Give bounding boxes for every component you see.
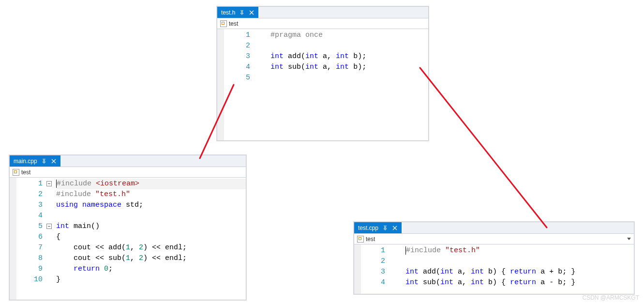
context-bar[interactable]: test	[217, 18, 428, 29]
code-token: #include	[57, 180, 96, 188]
margin-strip	[217, 29, 224, 140]
code-lines[interactable]: #include "test.h" int add(int a, int b) …	[403, 244, 634, 294]
pin-icon[interactable]	[41, 158, 47, 164]
context-bar[interactable]: test	[354, 234, 634, 244]
code-area[interactable]: 1 2 3 4 5 #pragma once int add(int a, in…	[217, 29, 428, 140]
line-number: 6	[38, 232, 43, 243]
line-number: 1	[38, 179, 43, 189]
code-token: ,	[130, 243, 139, 252]
tab-testh[interactable]: test.h	[217, 7, 258, 18]
editor-main: main.cpp test 1 2 3 4 5 6 7 8 9 10	[9, 155, 246, 300]
code-token: b) {	[484, 278, 510, 287]
code-token: ) << endl;	[143, 243, 187, 252]
tab-bar: test.cpp	[354, 222, 634, 234]
code-token: int	[270, 52, 284, 61]
context-label: test	[21, 169, 30, 176]
tab-label: test.h	[221, 9, 235, 16]
code-lines[interactable]: #include <iostream> #include "test.h" us…	[53, 178, 246, 300]
pin-icon[interactable]	[239, 10, 245, 15]
project-icon	[220, 20, 227, 27]
editor-testcpp: test.cpp test 1 2 3 4 #include "test.h" …	[354, 222, 634, 294]
code-token: int	[405, 268, 419, 276]
code-token: return	[510, 268, 536, 276]
line-number: 7	[38, 243, 43, 253]
code-token: a,	[323, 63, 336, 71]
fold-toggle-icon[interactable]	[46, 181, 52, 186]
chevron-down-icon[interactable]	[627, 238, 631, 240]
code-token: 2	[139, 243, 143, 252]
code-token: a,	[453, 268, 471, 276]
code-token: 0	[104, 265, 108, 273]
code-token: cout	[74, 243, 91, 252]
code-token: << sub(	[91, 254, 126, 262]
code-token: 1	[126, 254, 130, 262]
watermark: CSDN @ARMCSKGT	[582, 294, 639, 301]
fold-toggle-icon[interactable]	[46, 224, 52, 229]
line-number: 1	[381, 245, 385, 256]
line-gutter: 1 2 3 4 5	[224, 29, 253, 140]
code-token: sub(	[423, 278, 440, 287]
line-number: 5	[246, 73, 250, 83]
line-number: 9	[38, 264, 43, 274]
tab-testcpp[interactable]: test.cpp	[354, 222, 402, 233]
code-token: int	[305, 63, 318, 71]
close-icon[interactable]	[249, 10, 255, 15]
code-token: int	[471, 268, 484, 276]
code-token: (	[301, 52, 305, 61]
code-token: a + b; }	[536, 268, 575, 276]
code-token: return	[510, 278, 536, 287]
line-number: 3	[38, 200, 43, 211]
line-gutter: 1 2 3 4 5 6 7 8 9 10	[16, 178, 45, 300]
project-icon	[357, 236, 364, 243]
line-number: 10	[34, 274, 43, 285]
code-token: ) << endl;	[143, 254, 187, 262]
code-token: int	[336, 52, 349, 61]
line-number: 2	[38, 189, 43, 200]
code-token: a - b; }	[536, 278, 575, 287]
code-area[interactable]: 1 2 3 4 #include "test.h" int add(int a,…	[354, 244, 634, 294]
line-number: 4	[381, 277, 385, 288]
code-token: std;	[126, 201, 143, 209]
line-number: 2	[381, 256, 385, 267]
tab-bar: main.cpp	[10, 155, 246, 167]
code-token: add(	[423, 268, 440, 276]
code-token: <iostream>	[96, 180, 139, 188]
context-label: test	[366, 236, 375, 243]
code-token: "test.h"	[95, 190, 130, 198]
tab-main[interactable]: main.cpp	[10, 155, 60, 167]
code-token: (	[301, 63, 305, 71]
code-token: sub	[288, 63, 301, 71]
code-token: int	[440, 278, 453, 287]
code-token: namespace	[82, 201, 121, 209]
code-token: int	[336, 63, 349, 71]
close-icon[interactable]	[51, 158, 57, 164]
code-token: #pragma once	[270, 31, 323, 39]
project-icon	[13, 169, 19, 176]
close-icon[interactable]	[392, 225, 398, 231]
code-token: "test.h"	[445, 246, 480, 255]
pin-icon[interactable]	[382, 225, 388, 231]
fold-column	[253, 29, 268, 140]
tab-label: main.cpp	[14, 158, 37, 165]
code-token: b) {	[484, 268, 510, 276]
line-number: 5	[38, 221, 43, 232]
line-gutter: 1 2 3 4	[361, 244, 388, 294]
code-token: 1	[126, 243, 130, 252]
code-token: int	[56, 222, 69, 230]
code-token: 2	[139, 254, 143, 262]
tab-label: test.cpp	[358, 225, 378, 231]
fold-column	[388, 244, 403, 294]
svg-line-1	[420, 68, 547, 228]
code-token: int	[305, 52, 318, 61]
context-bar[interactable]: test	[10, 167, 246, 178]
code-token: int	[471, 278, 484, 287]
code-token: int	[270, 63, 284, 71]
code-token: #include	[56, 190, 95, 198]
context-label: test	[229, 20, 238, 27]
code-lines[interactable]: #pragma once int add(int a, int b); int …	[268, 29, 428, 140]
code-token: }	[56, 275, 60, 284]
code-area[interactable]: 1 2 3 4 5 6 7 8 9 10 #include <iostream>…	[10, 178, 246, 300]
code-token: int	[405, 278, 419, 287]
line-number: 3	[246, 51, 250, 62]
line-number: 8	[38, 253, 43, 264]
